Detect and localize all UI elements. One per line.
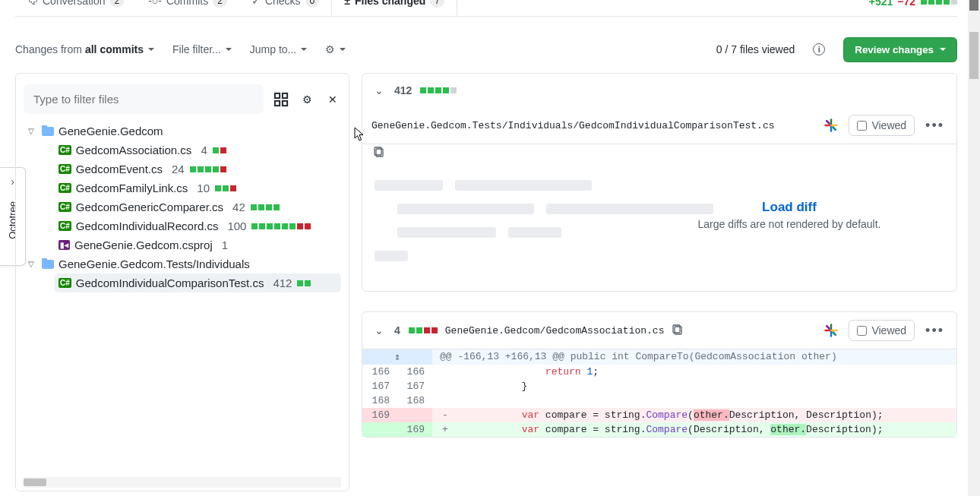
file-name: GedcomIndividualComparisonTest.cs [76, 276, 264, 289]
code-cell: } [432, 379, 956, 393]
label: Jump to... [250, 43, 296, 55]
diff-line[interactable]: 167 167 } [362, 379, 956, 393]
tree-folder[interactable]: ▽ GeneGenie.Gedcom [24, 122, 341, 141]
tree-file[interactable]: C# GedcomIndividualRecord.cs 100 [54, 216, 341, 235]
folder-icon [42, 260, 54, 269]
expand-icon[interactable] [273, 91, 289, 108]
hunk-header: ⇕ @@ -166,13 +166,13 @@ public int Compa… [362, 349, 956, 365]
gear-icon: ⚙ [325, 43, 335, 55]
line-number-new: 167 [397, 379, 432, 393]
csproj-file-icon: ▮◂ [58, 240, 70, 250]
diff-line[interactable]: 169 - var compare = string.Compare(other… [362, 408, 956, 422]
changes-from-dropdown[interactable]: Changes from all commits [15, 43, 154, 55]
viewed-checkbox[interactable]: Viewed [849, 320, 915, 341]
diffstat-blocks [251, 223, 311, 229]
tree-file[interactable]: C# GedcomGenericComparer.cs 42 [54, 197, 341, 216]
tree-file[interactable]: C# GedcomFamilyLink.cs 10 [54, 178, 341, 197]
diff-line[interactable]: 168 168 [362, 393, 956, 408]
tab-commits[interactable]: -○- Commits 2 [136, 0, 239, 15]
value: all commits [85, 43, 144, 55]
diff-line[interactable]: 166 166 return 1; [362, 365, 956, 379]
file-change-count: 4 [201, 144, 207, 156]
expand-hunk-icon[interactable]: ⇕ [362, 349, 432, 365]
file-name: GedcomGenericComparer.cs [76, 201, 223, 213]
file-path[interactable]: GeneGenie.Gedcom.Tests/Individuals/Gedco… [371, 120, 814, 131]
line-number-old: 168 [362, 393, 397, 408]
csharp-file-icon: C# [58, 183, 71, 193]
line-number-old: 169 [362, 408, 397, 422]
commit-icon: -○- [148, 0, 162, 7]
change-count: 4 [394, 324, 400, 336]
review-changes-button[interactable]: Review changes [843, 37, 957, 62]
collapse-toggle[interactable]: ⌄ [371, 321, 387, 340]
copy-icon[interactable] [672, 324, 684, 338]
tab-conversation[interactable]: 🗨 Conversation 2 [15, 0, 136, 15]
tree-file[interactable]: C# GedcomEvent.cs 24 [54, 160, 341, 178]
code-cell: + var compare = string.Compare(Descripti… [432, 422, 956, 437]
chevron-down-icon: ▽ [28, 260, 37, 268]
chevron-down-icon [301, 48, 307, 51]
file-change-count: 24 [172, 163, 185, 175]
diffstat-blocks [250, 204, 280, 210]
file-path[interactable]: GeneGenie.Gedcom/GedcomAssociation.cs [445, 325, 665, 336]
diff-settings-dropdown[interactable]: ⚙ [325, 43, 346, 55]
info-icon[interactable]: i [813, 43, 825, 55]
viewed-checkbox[interactable]: Viewed [849, 115, 915, 136]
svg-line-19 [833, 333, 836, 335]
tree-folder[interactable]: ▽ GeneGenie.Gedcom.Tests/Individuals [24, 254, 341, 273]
line-number-old: 167 [362, 379, 397, 393]
tree-file[interactable]: C# GedcomAssociation.cs 4 [54, 141, 341, 160]
file-change-count: 10 [197, 182, 210, 194]
file-name: GedcomFamilyLink.cs [76, 182, 188, 194]
jump-to-dropdown[interactable]: Jump to... [250, 43, 307, 55]
chevron-down-icon [940, 48, 946, 51]
line-number-new: 168 [397, 393, 432, 408]
svg-line-8 [827, 121, 830, 123]
check-icon: ✓ [251, 0, 261, 7]
label: Viewed [871, 324, 906, 336]
file-filter-dropdown[interactable]: File filter... [172, 43, 232, 55]
load-diff-link[interactable]: Load diff [683, 200, 896, 215]
csharp-file-icon: C# [58, 164, 71, 174]
svg-line-18 [827, 326, 830, 328]
file-menu-button[interactable]: ••• [922, 323, 947, 339]
codestream-icon[interactable] [821, 321, 841, 340]
diff-column: ⌄ 412 GeneGenie.Gedcom.Tests/Individuals… [362, 73, 957, 491]
file-menu-button[interactable]: ••• [922, 118, 947, 134]
comment-icon: 🗨 [27, 0, 38, 7]
folder-name: GeneGenie.Gedcom [58, 125, 163, 137]
file-filter-input[interactable] [24, 84, 264, 114]
diff-icon: ± [344, 0, 350, 7]
svg-rect-2 [275, 100, 280, 105]
collapse-toggle[interactable]: ⌄ [371, 81, 387, 100]
file-change-count: 100 [227, 220, 246, 232]
svg-rect-3 [283, 100, 287, 105]
tab-label: Conversation [43, 0, 106, 7]
copy-icon[interactable] [373, 148, 385, 160]
line-number-old [362, 422, 397, 437]
vertical-scrollbar[interactable] [968, 0, 980, 496]
diff-table: ⇕ @@ -166,13 +166,13 @@ public int Compa… [362, 349, 956, 437]
csharp-file-icon: C# [58, 278, 71, 288]
code-cell: return 1; [432, 365, 956, 379]
diffstat-blocks [212, 147, 226, 153]
label: Review changes [855, 44, 934, 55]
codestream-icon[interactable] [821, 115, 841, 135]
tree-file[interactable]: ▮◂ GeneGenie.Gedcom.csproj 1 [54, 235, 341, 254]
tab-files-changed[interactable]: ± Files changed 7 [331, 0, 457, 16]
chevron-down-icon [340, 48, 346, 51]
close-icon[interactable]: ✕ [324, 91, 341, 108]
load-diff-note: Large diffs are not rendered by default. [683, 218, 896, 230]
tree-horizontal-scrollbar[interactable] [24, 477, 341, 488]
tab-checks[interactable]: ✓ Checks 0 [239, 0, 331, 15]
deletions-count: −72 [897, 0, 915, 8]
folder-name: GeneGenie.Gedcom.Tests/Individuals [58, 257, 250, 270]
file-gedcom-individual-comparison-test: ⌄ 412 GeneGenie.Gedcom.Tests/Individuals… [362, 73, 957, 292]
tree-file[interactable]: C# GedcomIndividualComparisonTest.cs 412 [54, 273, 341, 292]
diffstat-blocks [189, 166, 226, 172]
csharp-file-icon: C# [58, 145, 71, 155]
line-number-new: 166 [397, 365, 432, 379]
gear-icon[interactable]: ⚙ [299, 91, 315, 108]
diff-line[interactable]: 169 + var compare = string.Compare(Descr… [362, 422, 956, 437]
svg-rect-1 [283, 93, 287, 97]
